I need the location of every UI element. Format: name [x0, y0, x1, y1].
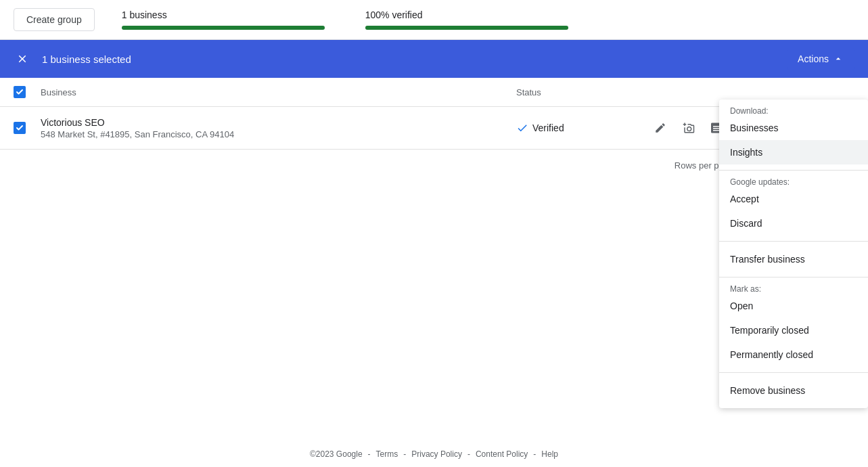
remove-business-menu-item[interactable]: Remove business: [719, 378, 868, 403]
status-text: Verified: [532, 123, 564, 133]
insights-menu-item[interactable]: Insights: [719, 140, 868, 164]
open-menu-item[interactable]: Open: [719, 294, 868, 318]
business-column-header: Business: [41, 87, 516, 97]
select-all-checkbox[interactable]: [14, 86, 26, 98]
google-updates-section: Google updates: Accept Discard: [719, 171, 868, 242]
top-bar: Create group 1 business 100% verified: [0, 0, 868, 40]
verified-progress-fill: [365, 26, 568, 30]
terms-link[interactable]: Terms: [376, 449, 398, 459]
download-label: Download:: [719, 101, 779, 118]
verified-count: 100% verified: [365, 9, 568, 20]
edit-button[interactable]: [652, 119, 669, 137]
create-group-button[interactable]: Create group: [14, 8, 95, 31]
progress-bar-fill: [122, 26, 325, 30]
businesses-menu-item[interactable]: Businesses: [719, 116, 868, 140]
transfer-business-menu-item[interactable]: Transfer business: [719, 247, 868, 271]
row-checkbox-col: [14, 122, 41, 134]
footer-sep1: -: [368, 449, 371, 459]
footer-sep3: -: [467, 449, 470, 459]
progress-bar-bg: [122, 26, 325, 30]
discard-menu-item[interactable]: Discard: [719, 211, 868, 236]
mark-as-label: Mark as:: [719, 279, 772, 296]
row-checkbox[interactable]: [14, 122, 26, 134]
help-link[interactable]: Help: [541, 449, 558, 459]
status-column-header: Status: [516, 87, 652, 97]
remove-section: Remove business: [719, 373, 868, 408]
accept-menu-item[interactable]: Accept: [719, 187, 868, 211]
business-info: Victorious SEO 548 Market St, #41895, Sa…: [41, 117, 516, 139]
google-updates-label: Google updates:: [719, 172, 800, 190]
business-address: 548 Market St, #41895, San Francisco, CA…: [41, 129, 516, 139]
footer-sep4: -: [533, 449, 536, 459]
verified-progress-bg: [365, 26, 568, 30]
add-photo-button[interactable]: [680, 119, 698, 137]
actions-button[interactable]: Actions: [787, 48, 854, 70]
verified-stat: 100% verified: [365, 9, 568, 30]
stats-section: 1 business 100% verified: [122, 9, 568, 30]
footer-sep2: -: [403, 449, 406, 459]
add-photo-icon: [683, 122, 695, 134]
selection-count-text: 1 business selected: [42, 53, 776, 65]
business-name: Victorious SEO: [41, 117, 516, 128]
selection-bar: 1 business selected Actions Download: Bu…: [0, 40, 868, 78]
download-section: Download: Businesses Insights: [719, 99, 868, 171]
header-checkbox-col: [14, 86, 41, 98]
pencil-icon: [654, 122, 666, 134]
transfer-section: Transfer business: [719, 242, 868, 277]
permanently-closed-menu-item[interactable]: Permanently closed: [719, 342, 868, 367]
close-icon: [16, 53, 28, 65]
temporarily-closed-menu-item[interactable]: Temporarily closed: [719, 318, 868, 342]
businesses-stat: 1 business: [122, 9, 325, 30]
deselect-button[interactable]: [14, 50, 31, 68]
checkmark-icon: [16, 88, 24, 96]
businesses-count: 1 business: [122, 9, 325, 20]
verified-icon: [516, 122, 528, 134]
footer: ©2023 Google - Terms - Privacy Policy - …: [0, 441, 868, 467]
status-col: Verified: [516, 122, 652, 134]
row-checkmark-icon: [16, 124, 24, 132]
content-policy-link[interactable]: Content Policy: [476, 449, 528, 459]
actions-label: Actions: [798, 53, 829, 64]
privacy-link[interactable]: Privacy Policy: [411, 449, 462, 459]
dropdown-panel: Download: Businesses Insights Google upd…: [719, 99, 868, 408]
chevron-up-icon: [833, 53, 844, 64]
copyright-text: ©2023 Google: [310, 449, 363, 459]
mark-as-section: Mark as: Open Temporarily closed Permane…: [719, 277, 868, 373]
